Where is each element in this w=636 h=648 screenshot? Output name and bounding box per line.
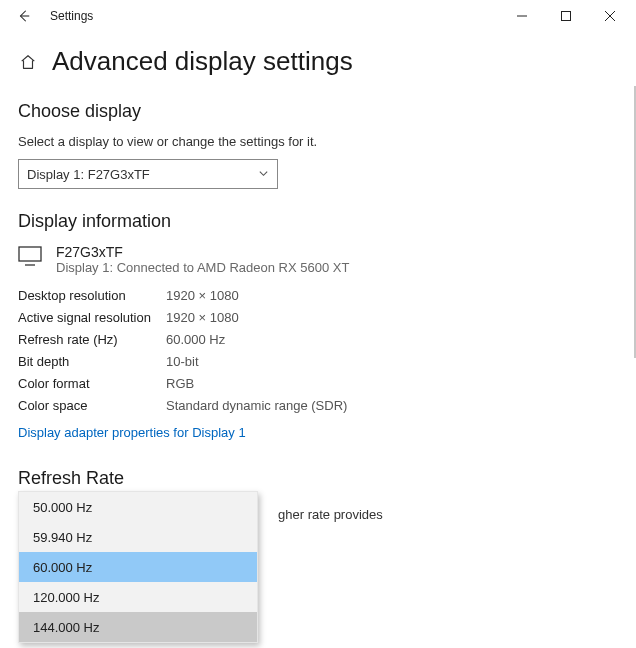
back-button[interactable] [4,0,44,32]
refresh-rate-heading: Refresh Rate [18,468,618,489]
info-label: Color space [18,395,166,417]
close-icon [605,11,615,21]
monitor-icon [18,246,42,269]
window-titlebar: Settings [0,0,636,32]
info-value: 10-bit [166,351,199,373]
info-value: 60.000 Hz [166,329,225,351]
display-info-heading: Display information [18,211,618,232]
svg-rect-0 [562,12,571,21]
maximize-icon [561,11,571,21]
minimize-icon [517,11,527,21]
info-label: Desktop resolution [18,285,166,307]
adapter-properties-link[interactable]: Display adapter properties for Display 1 [18,425,246,440]
choose-display-desc: Select a display to view or change the s… [18,134,618,149]
info-value: RGB [166,373,194,395]
info-row: Color formatRGB [18,373,618,395]
home-icon [19,53,37,71]
info-label: Active signal resolution [18,307,166,329]
info-value: 1920 × 1080 [166,285,239,307]
refresh-rate-option[interactable]: 120.000 Hz [19,582,257,612]
info-row: Color spaceStandard dynamic range (SDR) [18,395,618,417]
content-area: Advanced display settings Choose display… [0,32,636,489]
refresh-rate-option[interactable]: 60.000 Hz [19,552,257,582]
svg-rect-1 [19,247,41,261]
info-row: Desktop resolution1920 × 1080 [18,285,618,307]
monitor-connection: Display 1: Connected to AMD Radeon RX 56… [56,260,349,275]
info-value: Standard dynamic range (SDR) [166,395,347,417]
monitor-name: F27G3xTF [56,244,349,260]
info-row: Bit depth10-bit [18,351,618,373]
info-row: Refresh rate (Hz)60.000 Hz [18,329,618,351]
display-select-dropdown[interactable]: Display 1: F27G3xTF [18,159,278,189]
window-controls [500,0,632,32]
refresh-rate-dropdown-popup: 50.000 Hz59.940 Hz60.000 Hz120.000 Hz144… [18,491,258,643]
display-info-rows: Desktop resolution1920 × 1080Active sign… [18,285,618,417]
info-value: 1920 × 1080 [166,307,239,329]
info-label: Color format [18,373,166,395]
refresh-rate-desc-fragment: gher rate provides [278,507,383,522]
monitor-summary: F27G3xTF Display 1: Connected to AMD Rad… [18,244,618,275]
info-row: Active signal resolution1920 × 1080 [18,307,618,329]
info-label: Bit depth [18,351,166,373]
window-title: Settings [50,9,93,23]
refresh-rate-option[interactable]: 59.940 Hz [19,522,257,552]
refresh-rate-option[interactable]: 144.000 Hz [19,612,257,642]
chevron-down-icon [258,167,269,182]
home-button[interactable] [18,52,38,72]
close-button[interactable] [588,0,632,32]
info-label: Refresh rate (Hz) [18,329,166,351]
minimize-button[interactable] [500,0,544,32]
page-header: Advanced display settings [18,46,618,77]
maximize-button[interactable] [544,0,588,32]
choose-display-heading: Choose display [18,101,618,122]
page-title: Advanced display settings [52,46,353,77]
arrow-left-icon [17,9,31,23]
display-select-value: Display 1: F27G3xTF [27,167,150,182]
refresh-rate-option[interactable]: 50.000 Hz [19,492,257,522]
